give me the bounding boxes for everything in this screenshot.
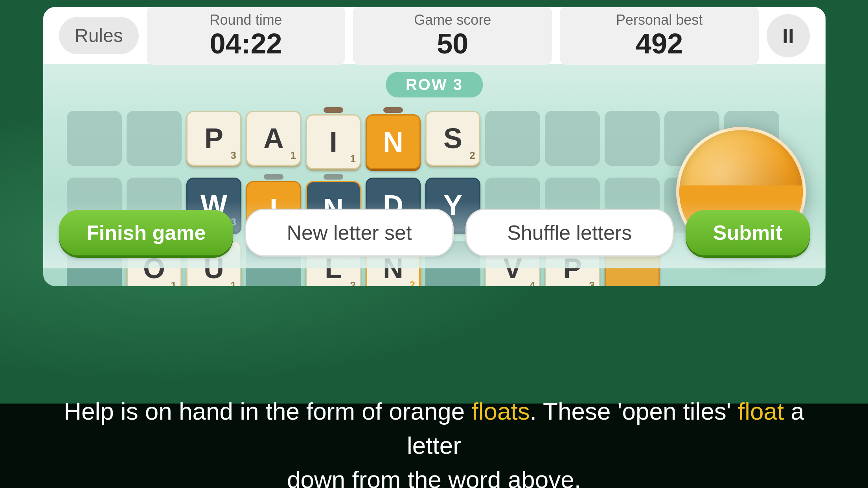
round-time-box: Round time 04:22 [147,7,346,65]
caption-text-middle: . These 'open tiles' [530,398,738,425]
tile-A[interactable]: A1 [246,111,301,166]
round-time-label: Round time [166,12,326,28]
caption-highlight-2: float [738,398,784,425]
tile-empty [127,111,182,166]
caption-bar: Help is on hand in the form of orange fl… [0,404,868,488]
game-container: Rules Round time 04:22 Game score 50 Per… [43,7,826,286]
tile-empty [545,111,600,166]
game-score-box: Game score 50 [353,7,552,65]
game-score-label: Game score [373,12,532,28]
tile-empty [485,111,540,166]
row-indicator: ROW 3 [386,72,483,97]
shuffle-letters-button[interactable]: Shuffle letters [465,209,674,257]
caption-text-before: Help is on hand in the form of orange [64,398,471,425]
personal-best-value: 492 [579,28,739,59]
rules-button[interactable]: Rules [59,17,139,54]
caption-text: Help is on hand in the form of orange fl… [39,394,829,488]
personal-best-label: Personal best [579,12,739,28]
finish-game-button[interactable]: Finish game [59,210,233,255]
bottom-buttons: Finish game New letter set Shuffle lette… [43,201,826,268]
tile-empty [605,111,660,166]
tile-P[interactable]: P3 [186,111,241,166]
row-indicator-wrap: ROW 3 [59,72,810,103]
tile-I[interactable]: I1 [306,114,361,169]
submit-button[interactable]: Submit [686,210,810,255]
caption-highlight-1: floats [472,398,530,425]
tile-S[interactable]: S2 [425,111,480,166]
new-letter-set-button[interactable]: New letter set [245,209,453,257]
round-time-value: 04:22 [166,28,326,59]
personal-best-box: Personal best 492 [560,7,759,65]
tile-N-orange[interactable]: N [366,114,421,169]
header: Rules Round time 04:22 Game score 50 Per… [43,7,826,64]
game-score-value: 50 [373,28,532,59]
game-area: ROW 3 P3 A1 I1 [43,64,826,268]
pause-button[interactable]: II [767,14,810,57]
tile-empty [67,111,122,166]
